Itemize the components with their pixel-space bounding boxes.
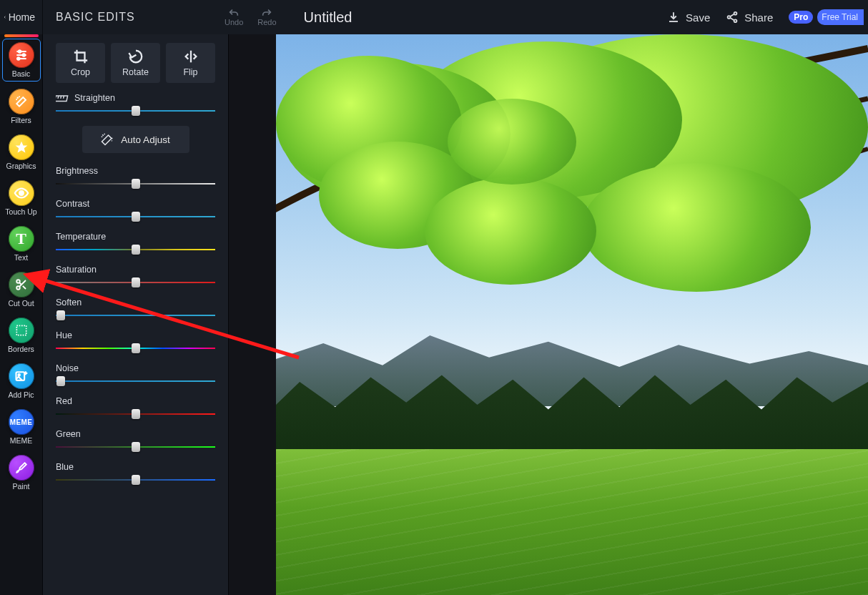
straighten-icon [56,93,69,103]
svg-line-23 [58,96,59,99]
tool-label-borders: Borders [8,345,34,353]
download-icon [667,11,680,24]
tool-cutout[interactable]: Cut Out [2,269,41,310]
save-button[interactable]: Save [667,11,710,24]
rotate-label: Rotate [122,67,149,77]
flip-button[interactable]: Flip [166,43,215,83]
temperature-slider[interactable] [56,246,215,253]
redo-button[interactable]: Redo [257,8,276,26]
soften-label: Soften [56,298,215,308]
tool-label-meme: MEME [10,436,33,445]
svg-line-16 [22,286,25,289]
undo-label: Undo [225,18,243,26]
tool-graphics[interactable]: Graphics [2,132,41,173]
home-button[interactable]: Home [0,0,43,34]
canvas-area [229,34,868,595]
hue-slider[interactable] [56,345,215,352]
text-icon: T [9,226,34,252]
red-label: Red [56,396,215,406]
tool-basic[interactable]: Basic [2,39,41,82]
svg-point-10 [17,57,19,59]
svg-point-13 [16,280,20,283]
straighten-control: Straighten [56,93,215,114]
tool-touchup[interactable]: Touch Up [2,177,41,219]
brightness-label: Brightness [56,166,215,176]
undo-button[interactable]: Undo [225,8,243,26]
svg-line-4 [730,18,734,21]
brightness-slider[interactable] [56,180,215,187]
tool-meme[interactable]: MEME MEME [2,406,41,448]
star-icon [9,134,34,160]
eye-icon [9,180,34,206]
top-bar: Home BASIC EDITS Undo Redo Untitled Save… [0,0,868,34]
brush-icon [9,455,34,481]
sliders-icon [9,42,34,68]
free-trial-label: Free Trial [817,9,864,25]
scissors-icon [9,272,34,298]
straighten-slider[interactable] [56,107,215,114]
green-slider[interactable] [56,443,215,451]
tool-label-paint: Paint [13,482,30,491]
tool-label-basic: Basic [12,69,31,78]
share-button[interactable]: Share [726,11,773,24]
crop-button[interactable]: Crop [56,43,105,83]
crop-icon [73,49,89,64]
straighten-label: Straighten [74,93,115,103]
tool-label-filters: Filters [11,116,31,124]
blue-label: Blue [56,462,215,472]
tool-label-addpic: Add Pic [8,390,34,399]
image-title: Untitled [290,9,667,26]
svg-line-24 [61,96,61,99]
soften-slider[interactable] [56,312,215,319]
tool-filters[interactable]: Filters [2,86,41,127]
auto-adjust-button[interactable]: Auto Adjust [82,126,189,153]
svg-line-25 [64,96,64,99]
noise-slider[interactable] [56,378,215,385]
tool-text[interactable]: T Text [2,223,41,265]
blue-slider[interactable] [56,476,215,483]
tool-label-touchup: Touch Up [5,207,36,216]
contrast-label: Contrast [56,199,215,209]
rotate-button[interactable]: Rotate [111,43,160,83]
border-icon [9,318,34,343]
panel-title: BASIC EDITS [43,11,225,24]
save-label: Save [686,11,710,24]
red-slider[interactable] [56,410,215,418]
noise-label: Noise [56,363,215,373]
auto-adjust-label: Auto Adjust [121,134,169,145]
saturation-slider[interactable] [56,279,215,286]
tool-label-cutout: Cut Out [8,299,34,308]
hue-label: Hue [56,330,215,340]
share-icon [726,11,739,24]
green-label: Green [56,429,215,439]
pro-badge[interactable]: Pro Free Trial [789,9,864,25]
svg-point-8 [22,54,24,56]
rotate-icon [128,49,144,64]
share-label: Share [744,11,773,24]
svg-line-17 [19,282,21,285]
canvas-image[interactable] [276,34,868,595]
meme-icon: MEME [9,409,34,435]
toolbar: Basic Filters Graphics Touch Up T Text [0,34,43,595]
accent-strip [4,34,39,37]
crop-label: Crop [71,67,90,77]
flip-icon [183,49,199,64]
tool-label-text: Text [14,253,28,262]
tool-addpic[interactable]: Add Pic [2,360,41,402]
svg-point-6 [18,50,20,52]
tool-label-graphics: Graphics [6,162,36,170]
temperature-label: Temperature [56,232,215,242]
tool-borders[interactable]: Borders [2,315,41,356]
svg-rect-18 [16,325,26,335]
pro-pill: Pro [789,11,813,24]
wand-icon [9,89,34,114]
tool-paint[interactable]: Paint [2,452,41,493]
home-label: Home [9,11,35,23]
contrast-slider[interactable] [56,213,215,220]
controls-panel: Crop Rotate Flip Straighten Auto Adjust … [43,34,229,595]
chevron-left-icon [3,12,7,22]
svg-line-3 [730,14,734,17]
svg-point-14 [16,286,20,290]
svg-point-20 [18,374,20,376]
redo-label: Redo [257,18,276,26]
